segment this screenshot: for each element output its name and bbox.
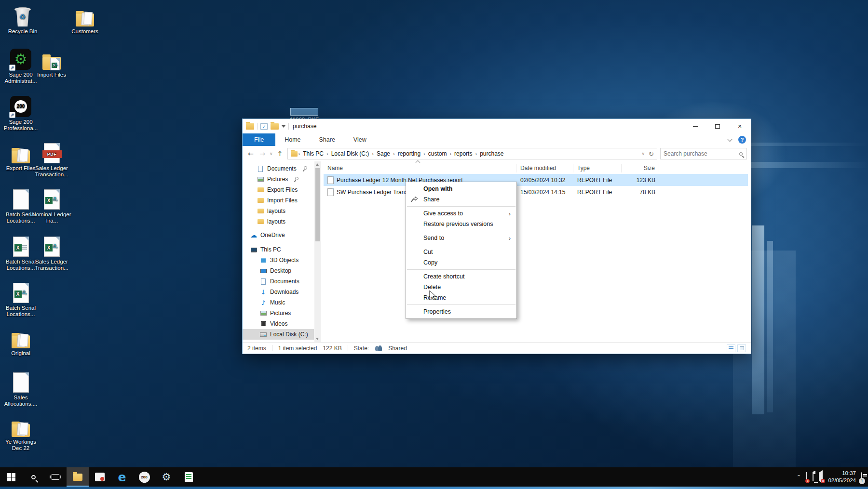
settings-taskbar-button[interactable]: ⚙ (155, 467, 177, 487)
column-header-date-modified[interactable]: Date modified (516, 164, 573, 172)
breadcrumb-sage[interactable]: Sage (375, 150, 392, 157)
menu-item-restore-previous-versions[interactable]: Restore previous versions (406, 219, 516, 229)
menu-item-open-with[interactable]: Open with (406, 184, 516, 194)
sidebar-item-desktop[interactable]: Desktop (243, 265, 314, 276)
sidebar-item-export-files[interactable]: Export Files (243, 185, 314, 195)
folder-icon (76, 13, 94, 26)
sidebar-item-music[interactable]: ♪Music (243, 297, 314, 308)
file-list-area[interactable]: Name Date modified Type Size Purchase Le… (321, 161, 751, 342)
forward-arrow-icon[interactable]: → (258, 150, 267, 158)
tab-view[interactable]: View (344, 133, 376, 146)
sidebar-item-pictures-pc[interactable]: Pictures (243, 308, 314, 318)
tab-home[interactable]: Home (275, 133, 310, 146)
menu-item-send-to[interactable]: Send to› (406, 233, 516, 243)
selected-icon-highlight (290, 108, 318, 116)
action-center-icon[interactable]: 1 (861, 473, 862, 481)
breadcrumb-this-pc[interactable]: This PC (301, 150, 326, 157)
tab-share[interactable]: Share (310, 133, 344, 146)
menu-item-create-shortcut[interactable]: Create shortcut (406, 271, 516, 282)
refresh-icon[interactable]: ↻ (649, 150, 654, 158)
desktop-icon-label: Ye Workings Dec 22 (0, 439, 41, 451)
sidebar-item-documents-pc[interactable]: Documents (243, 276, 314, 287)
breadcrumb-purchase[interactable]: purchase (478, 150, 505, 157)
desktop-icon-recycle-bin[interactable]: ♻ Recycle Bin (2, 4, 43, 35)
menu-item-delete[interactable]: Delete (406, 282, 516, 292)
menu-item-properties[interactable]: Properties (406, 306, 516, 317)
sidebar-item-layouts-2[interactable]: layouts (243, 216, 314, 227)
help-icon[interactable]: ? (738, 136, 746, 144)
menu-item-share[interactable]: Share (406, 194, 516, 205)
tray-cast-icon[interactable]: × (806, 473, 807, 481)
folder-icon (258, 198, 264, 203)
expand-ribbon-icon[interactable] (727, 136, 732, 142)
column-header-name[interactable]: Name (324, 164, 516, 172)
close-button[interactable]: × (729, 119, 751, 133)
column-header-type[interactable]: Type (573, 164, 622, 172)
task-view-button[interactable] (44, 467, 67, 487)
file-row[interactable]: SW Purchase Ledger Transactio 15/03/2024… (324, 186, 748, 198)
start-button[interactable] (0, 467, 22, 487)
sidebar-item-onedrive[interactable]: ☁OneDrive (243, 230, 314, 240)
address-dropdown-icon[interactable]: ∨ (642, 151, 645, 156)
taskbar-clock[interactable]: 10:37 02/05/2024 (828, 470, 856, 484)
breadcrumb-local-disk[interactable]: Local Disk (C:) (329, 150, 371, 157)
onedrive-cloud-icon: ☁ (250, 232, 257, 238)
desktop-icon-original[interactable]: Original (0, 326, 41, 357)
minimize-button[interactable] (684, 119, 706, 133)
breadcrumb-reports[interactable]: reports (452, 150, 474, 157)
menu-item-copy[interactable]: Copy (406, 257, 516, 268)
search-box[interactable] (660, 148, 747, 159)
breadcrumb-reporting[interactable]: reporting (396, 150, 422, 157)
search-input[interactable] (664, 150, 739, 157)
file-row-selected[interactable]: Purchase Ledger 12 Month Net Purchases r… (324, 174, 748, 186)
desktop-icon-sage-professional[interactable]: 200↗ Sage 200 Professiona... (0, 94, 41, 132)
desktop-icon-customers[interactable]: Customers (64, 4, 106, 35)
new-folder-icon[interactable] (271, 123, 279, 130)
sidebar-item-local-disk-c[interactable]: Local Disk (C:) (243, 329, 314, 340)
customize-qat-arrow-icon[interactable] (282, 125, 285, 128)
desktop-icon-import-files[interactable]: Xa, Import Files (31, 47, 72, 78)
volume-muted-icon[interactable]: × (819, 473, 823, 481)
desktop-icon-nominal-ledger[interactable]: Xa, Nominal Ledger Tra... (31, 187, 72, 224)
menu-item-cut[interactable]: Cut (406, 247, 516, 257)
properties-icon[interactable]: ✓ (260, 123, 268, 130)
sidebar-item-downloads[interactable]: ↓Downloads (243, 287, 314, 297)
desktop-icon-sales-ledger-pdf[interactable]: PDF Sales Ledger Transaction... (31, 141, 72, 178)
sidebar-item-pictures[interactable]: Pictures (243, 174, 314, 185)
sage-200-taskbar-button[interactable]: 200 (133, 467, 155, 487)
address-breadcrumb-bar[interactable]: ›This PC ›Local Disk (C:) ›Sage ›reporti… (287, 148, 657, 159)
sidebar-item-documents[interactable]: Documents (243, 163, 314, 174)
back-arrow-icon[interactable]: ← (246, 150, 255, 158)
sidebar-item-import-files[interactable]: Import Files (243, 195, 314, 206)
scroll-down-icon[interactable] (316, 338, 319, 340)
scroll-up-icon[interactable] (316, 163, 319, 166)
icons-view-button[interactable] (737, 344, 746, 352)
desktop-icon-label: Recycle Bin (2, 28, 43, 35)
file-explorer-taskbar-button[interactable] (67, 467, 89, 487)
column-header-size[interactable]: Size (622, 164, 659, 172)
scrollbar-thumb[interactable] (315, 168, 320, 241)
details-view-button[interactable] (727, 344, 735, 352)
sidebar-item-this-pc[interactable]: This PC (243, 244, 314, 255)
taskbar-search-button[interactable] (22, 467, 44, 487)
history-chevron-icon[interactable]: ∨ (270, 151, 273, 156)
tray-expand-chevron-icon[interactable]: ⌃ (796, 474, 801, 479)
menu-item-rename[interactable]: Rename (406, 292, 516, 303)
app-taskbar-button[interactable] (89, 467, 111, 487)
sidebar-item-3d-objects[interactable]: 3D Objects (243, 255, 314, 265)
menu-item-give-access-to[interactable]: Give access to› (406, 208, 516, 219)
nav-scrollbar[interactable] (314, 161, 321, 342)
sidebar-item-layouts[interactable]: layouts (243, 206, 314, 216)
desktop-icon-ye-workings[interactable]: Ye Workings Dec 22 (0, 414, 41, 451)
maximize-button[interactable] (706, 119, 729, 133)
desktop-icon-batch-serial-3[interactable]: Xa, Batch Serial Locations... (0, 280, 41, 317)
breadcrumb-custom[interactable]: custom (426, 150, 449, 157)
report-app-taskbar-button[interactable] (177, 467, 200, 487)
sidebar-item-videos[interactable]: Videos (243, 318, 314, 329)
up-arrow-icon[interactable]: ↑ (276, 150, 285, 158)
tab-file[interactable]: File (243, 133, 275, 146)
edge-taskbar-button[interactable]: e (111, 467, 133, 487)
desktop-icon-sales-ledger-2[interactable]: Xa, Sales Ledger Transaction... (31, 234, 72, 271)
title-bar[interactable]: ✓ purchase × (243, 119, 751, 133)
desktop-icon-sales-allocations[interactable]: Sales Allocations.... (0, 370, 41, 407)
